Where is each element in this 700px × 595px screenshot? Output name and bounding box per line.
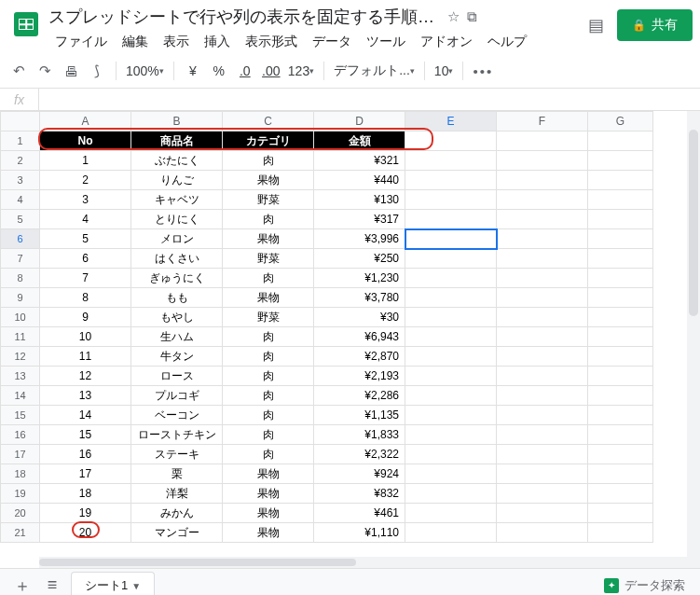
cell[interactable]: 肉	[223, 269, 314, 288]
col-header-C[interactable]: C	[223, 112, 314, 131]
cell[interactable]: 18	[40, 484, 131, 504]
row-header[interactable]: 21	[1, 523, 40, 543]
font-select[interactable]: デフォルト...	[332, 60, 417, 82]
row-header[interactable]: 11	[1, 327, 40, 347]
cell[interactable]: 9	[40, 308, 131, 327]
cell[interactable]: 肉	[223, 425, 314, 445]
cell[interactable]: ¥832	[314, 484, 405, 504]
cell[interactable]	[497, 367, 588, 386]
fx-icon[interactable]: fx	[0, 89, 39, 110]
paint-format-icon[interactable]: ⟆	[86, 60, 108, 82]
cell[interactable]: ¥30	[314, 308, 405, 327]
cell[interactable]: ¥1,833	[314, 425, 405, 445]
cell[interactable]: 8	[40, 288, 131, 308]
cell[interactable]	[405, 171, 497, 190]
cell[interactable]: 肉	[223, 445, 314, 464]
cell[interactable]: 果物	[223, 523, 314, 543]
cell[interactable]: 商品名	[131, 131, 223, 151]
cell[interactable]: もやし	[131, 308, 223, 327]
cell[interactable]: マンゴー	[131, 523, 223, 543]
cell[interactable]: ¥2,286	[314, 386, 405, 406]
move-icon[interactable]: ⧉	[467, 8, 477, 25]
row-header[interactable]: 14	[1, 386, 40, 406]
cell[interactable]: みかん	[131, 504, 223, 523]
cell[interactable]: 肉	[223, 327, 314, 347]
cell[interactable]	[405, 464, 497, 484]
cell[interactable]: No	[40, 131, 131, 151]
cell[interactable]	[497, 406, 588, 425]
row-header[interactable]: 19	[1, 484, 40, 504]
menu-edit[interactable]: 編集	[116, 30, 155, 54]
cell[interactable]: 4	[40, 210, 131, 229]
percent-button[interactable]: %	[208, 60, 230, 82]
cell[interactable]: 肉	[223, 367, 314, 386]
cell[interactable]: ¥1,110	[314, 523, 405, 543]
cell[interactable]: ¥2,193	[314, 367, 405, 386]
row-header[interactable]: 6	[1, 229, 40, 249]
increase-decimal-button[interactable]: .00	[260, 60, 282, 82]
cell[interactable]	[405, 269, 497, 288]
font-size-select[interactable]: 10	[432, 60, 456, 82]
cell[interactable]	[405, 308, 497, 327]
row-header[interactable]: 13	[1, 367, 40, 386]
row-header[interactable]: 7	[1, 249, 40, 269]
cell[interactable]	[588, 229, 653, 249]
cell[interactable]: ¥250	[314, 249, 405, 269]
cell[interactable]	[588, 445, 653, 464]
cell[interactable]: 2	[40, 171, 131, 190]
cell[interactable]: 11	[40, 347, 131, 367]
row-header[interactable]: 12	[1, 347, 40, 367]
cell[interactable]	[405, 523, 497, 543]
cell[interactable]	[497, 210, 588, 229]
cell[interactable]	[497, 464, 588, 484]
cell[interactable]	[405, 229, 497, 249]
col-header-B[interactable]: B	[131, 112, 223, 131]
cell[interactable]: ¥924	[314, 464, 405, 484]
cell[interactable]: ¥130	[314, 190, 405, 210]
cell[interactable]	[405, 406, 497, 425]
cell[interactable]	[588, 523, 653, 543]
cell[interactable]: 5	[40, 229, 131, 249]
currency-button[interactable]: ¥	[182, 60, 204, 82]
cell[interactable]: 肉	[223, 386, 314, 406]
row-header[interactable]: 2	[1, 151, 40, 171]
cell[interactable]: 肉	[223, 151, 314, 171]
cell[interactable]: 15	[40, 425, 131, 445]
cell[interactable]	[497, 190, 588, 210]
cell[interactable]: 果物	[223, 464, 314, 484]
cell[interactable]: 牛タン	[131, 347, 223, 367]
menu-view[interactable]: 表示	[157, 30, 196, 54]
cell[interactable]	[497, 347, 588, 367]
row-header[interactable]: 20	[1, 504, 40, 523]
cell[interactable]	[588, 504, 653, 523]
cell[interactable]	[588, 308, 653, 327]
sheet-tab-1[interactable]: シート1▼	[71, 572, 155, 595]
menu-file[interactable]: ファイル	[48, 30, 114, 54]
cell[interactable]: プルコギ	[131, 386, 223, 406]
horizontal-scrollbar[interactable]	[39, 557, 687, 568]
cell[interactable]: 7	[40, 269, 131, 288]
cell[interactable]	[588, 386, 653, 406]
cell[interactable]: 17	[40, 464, 131, 484]
col-header-E[interactable]: E	[405, 112, 497, 131]
cell[interactable]	[497, 269, 588, 288]
cell[interactable]: りんご	[131, 171, 223, 190]
cell[interactable]	[405, 190, 497, 210]
cell[interactable]: 10	[40, 327, 131, 347]
cell[interactable]: カテゴリ	[223, 131, 314, 151]
cell[interactable]: ベーコン	[131, 406, 223, 425]
cell[interactable]	[405, 210, 497, 229]
cell[interactable]	[405, 386, 497, 406]
cell[interactable]: 金額	[314, 131, 405, 151]
cell[interactable]: ロース	[131, 367, 223, 386]
cell[interactable]	[588, 484, 653, 504]
cell[interactable]: 14	[40, 406, 131, 425]
share-button[interactable]: 🔒 共有	[617, 9, 693, 41]
row-header[interactable]: 15	[1, 406, 40, 425]
spreadsheet-grid[interactable]: A B C D E F G 1No商品名カテゴリ金額21ぶたにく肉¥32132り…	[0, 111, 653, 543]
cell[interactable]	[497, 288, 588, 308]
sheets-logo[interactable]	[7, 6, 45, 43]
cell[interactable]: 果物	[223, 288, 314, 308]
cell[interactable]	[497, 386, 588, 406]
cell[interactable]: とりにく	[131, 210, 223, 229]
